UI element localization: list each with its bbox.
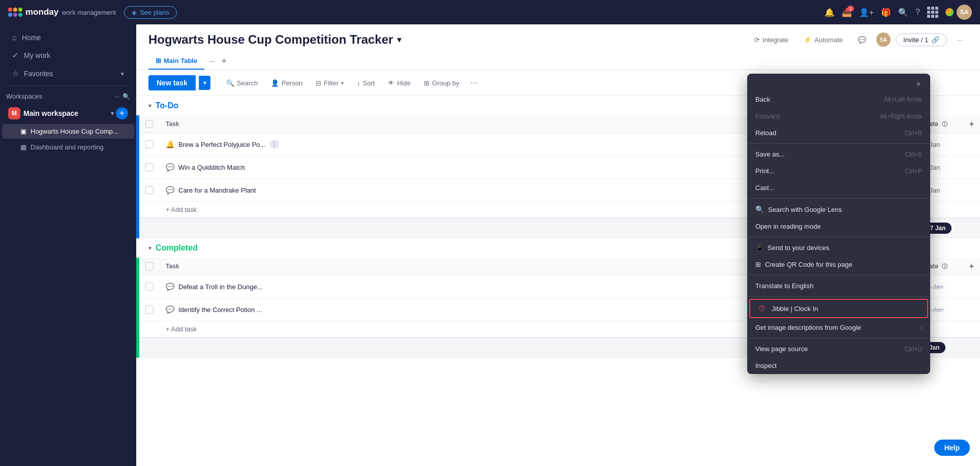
toolbar-more-button[interactable]: ··· [468, 75, 480, 90]
add-column-button[interactable]: + [963, 115, 980, 133]
header-actions: ⟳ Integrate ⚡ Automate 💬 SA Invite / 1 🔗… [749, 33, 968, 47]
workspaces-search-button[interactable]: 🔍 [122, 93, 130, 100]
context-menu-reading-mode[interactable]: Open in reading mode [747, 218, 930, 235]
add-workspace-button[interactable]: + [116, 107, 128, 119]
sidebar-item-dashboard[interactable]: ▦ Dashboard and reporting [2, 140, 134, 154]
context-menu: ▲ Back Alt+Left Arrow Forward Alt+Right … [747, 74, 930, 374]
sidebar-item-favorites[interactable]: ☆ Favorites ▾ [4, 65, 132, 82]
sidebar-divider-1 [8, 86, 128, 86]
sidebar-item-mywork[interactable]: ✓ My work [4, 47, 132, 64]
context-menu-back[interactable]: Back Alt+Left Arrow [747, 91, 930, 108]
row-checkbox[interactable] [145, 186, 154, 194]
sidebar-item-hogwarts[interactable]: ▣ Hogwarts House Cup Comp... [2, 124, 134, 139]
reload-shortcut: Ctrl+R [905, 130, 922, 137]
context-menu-collapse-button[interactable]: ▲ [911, 77, 926, 89]
task-name-cell: 💬 Care for a Mandrake Plant [160, 179, 775, 202]
chat-button[interactable]: 💬 [853, 34, 871, 46]
invite-people-button[interactable]: 👤+ [859, 8, 874, 17]
apps-grid-icon [927, 7, 938, 18]
select-all-checkbox[interactable] [145, 120, 154, 128]
view-source-shortcut: Ctrl+U [905, 346, 922, 353]
notifications-button[interactable]: 🔔 [824, 8, 835, 17]
logo-dot-4 [8, 13, 12, 17]
group-completed-toggle[interactable]: ▾ [148, 244, 151, 252]
task-name: Defeat a Troll in the Dunge... [178, 283, 262, 291]
automate-button[interactable]: ⚡ Automate [799, 34, 848, 46]
brand-name: monday [25, 7, 58, 17]
new-task-button[interactable]: New task [148, 75, 196, 90]
context-menu-forward: Forward Alt+Right Arrow [747, 108, 930, 125]
group-todo-toggle[interactable]: ▾ [148, 102, 151, 109]
board-title: Hogwarts House Cup Competition Tracker [148, 33, 393, 47]
user-avatar[interactable]: SA [957, 5, 972, 20]
notification-badge: 1 [269, 140, 279, 148]
workspaces-more-button[interactable]: ··· [114, 93, 119, 100]
row-checkbox[interactable] [145, 140, 154, 148]
inspect-label: Inspect [755, 362, 777, 369]
completed-row-checkbox-2[interactable] [145, 305, 154, 314]
tabs-row: ⊞ Main Table ··· + [148, 53, 968, 70]
integrate-icon: ⟳ [754, 36, 760, 44]
top-navigation: monday work management ◈ See plans 🔔 📥 1… [0, 0, 980, 24]
context-menu-qr-code[interactable]: ⊞ Create QR Code for this page [747, 256, 930, 273]
workspace-header[interactable]: M Main workspace ▾ + [2, 104, 134, 122]
board-more-button[interactable]: ··· [952, 34, 968, 46]
context-menu-view-source[interactable]: View page source Ctrl+U [747, 340, 930, 357]
integrate-button[interactable]: ⟳ Integrate [749, 34, 793, 46]
row-checkbox-cell [139, 179, 160, 202]
sidebar-item-home[interactable]: ⌂ Home [4, 29, 132, 46]
invite-button[interactable]: Invite / 1 🔗 [896, 34, 947, 46]
board-title-dropdown-button[interactable]: ▾ [397, 34, 402, 45]
context-menu-print[interactable]: Print... Ctrl+P [747, 163, 930, 179]
tab-add-button[interactable]: + [220, 54, 229, 69]
context-menu-inspect[interactable]: Inspect [747, 357, 930, 374]
gift-button[interactable]: 🎁 [881, 8, 891, 17]
checkbox-header [139, 115, 160, 133]
help-topnav-button[interactable]: ? [915, 8, 920, 17]
context-menu-translate[interactable]: Translate to English [747, 277, 930, 294]
new-task-dropdown-button[interactable]: ▾ [199, 76, 210, 90]
completed-checkbox-header [139, 258, 160, 275]
group-todo-label: To-Do [156, 101, 178, 110]
print-shortcut: Ctrl+P [905, 168, 922, 175]
tab-main-table[interactable]: ⊞ Main Table [148, 53, 204, 70]
qr-code-label: Create QR Code for this page [765, 261, 852, 268]
context-menu-reload[interactable]: Reload Ctrl+R [747, 125, 930, 141]
row-checkbox-cell [139, 156, 160, 179]
context-menu-google-lens[interactable]: 🔍 Search with Google Lens [747, 201, 930, 218]
context-menu-save-as[interactable]: Save as... Ctrl+S [747, 146, 930, 163]
help-button[interactable]: Help [934, 440, 970, 456]
see-plans-button[interactable]: ◈ See plans [124, 6, 177, 19]
search-toolbar-button[interactable]: 🔍 Search [221, 76, 263, 90]
completed-select-all[interactable] [145, 262, 154, 270]
inbox-button[interactable]: 📥 1 [842, 8, 852, 17]
hide-button[interactable]: 👁 Hide [383, 76, 416, 90]
tab-more-button[interactable]: ··· [206, 55, 217, 68]
completed-add-column[interactable]: + [963, 258, 980, 275]
separator-6 [747, 338, 930, 338]
sort-button[interactable]: ↕ Sort [352, 76, 380, 90]
person-button[interactable]: 👤 Person [266, 76, 308, 90]
chat-icon: 💬 [166, 163, 174, 171]
group-by-button[interactable]: ⊞ Group by [419, 76, 464, 90]
apps-button[interactable] [927, 7, 938, 18]
filter-button[interactable]: ⊟ Filter ▾ [311, 76, 349, 90]
notification-icon: 🔔 [166, 140, 174, 148]
context-menu-jibble[interactable]: ⏱ Jibble | Clock In [749, 299, 928, 318]
context-menu-send-devices[interactable]: 📱 Send to your devices [747, 239, 930, 256]
automate-icon: ⚡ [804, 36, 812, 44]
separator-4 [747, 275, 930, 275]
separator-1 [747, 143, 930, 144]
logo-dot-1 [8, 8, 12, 12]
completed-row-checkbox-1[interactable] [145, 283, 154, 291]
context-menu-cast[interactable]: Cast... [747, 179, 930, 196]
favorites-chevron-icon: ▾ [121, 71, 124, 77]
context-menu-image-desc[interactable]: Get image descriptions from Google › [747, 319, 930, 336]
row-checkbox[interactable] [145, 163, 154, 171]
workspace-chevron-icon[interactable]: ▾ [111, 110, 114, 117]
context-menu-header: ▲ [747, 74, 930, 91]
send-devices-icon: 📱 [755, 244, 763, 252]
sort-icon: ↕ [357, 79, 360, 87]
favorites-icon: ☆ [12, 69, 19, 78]
search-button-topnav[interactable]: 🔍 [898, 8, 908, 17]
